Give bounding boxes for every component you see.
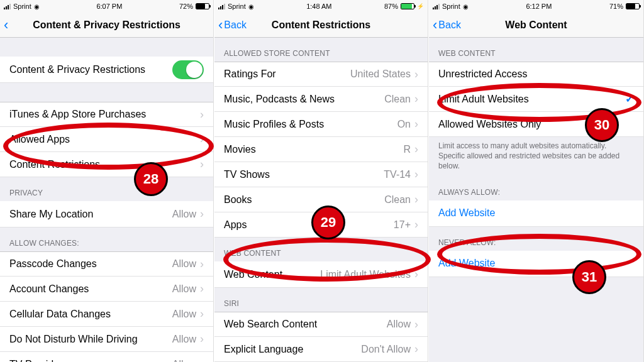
row-share-location[interactable]: Share My Location Allow › <box>0 201 213 228</box>
back-label: Back <box>438 19 461 31</box>
chevron-right-icon: › <box>414 68 418 81</box>
row-value: Clean <box>384 194 411 206</box>
chevron-right-icon: › <box>200 207 204 221</box>
row-value: Clean <box>384 94 411 105</box>
status-bar: Sprint ◉ 6:07 PM 72% <box>0 0 213 13</box>
page-title: Web Content <box>429 19 643 31</box>
chevron-right-icon: › <box>414 343 418 356</box>
row-add-website-never[interactable]: Add Website <box>429 251 643 277</box>
screen-1-content-privacy: Sprint ◉ 6:07 PM 72% ‹ Content & Privacy… <box>0 0 214 362</box>
section-header-always: Always Allow: <box>429 177 643 200</box>
row-explicit-lang[interactable]: Explicit LanguageDon't Allow› <box>214 337 428 362</box>
section-header-never: Never Allow: <box>429 227 643 251</box>
wifi-icon: ◉ <box>34 3 40 10</box>
battery-pct: 72% <box>179 3 193 10</box>
chevron-right-icon: › <box>200 108 204 121</box>
toggle-switch[interactable] <box>172 60 204 79</box>
carrier-label: Sprint <box>442 3 460 10</box>
row-label: iTunes & App Store Purchases <box>9 109 200 120</box>
status-bar: Sprint ◉ 1:48 AM 87% ⚡ <box>214 0 428 13</box>
row-value: Don't Allow <box>361 344 411 355</box>
row-apps[interactable]: Apps17+› <box>214 212 428 238</box>
row-movies[interactable]: MoviesR› <box>214 137 428 162</box>
row-cellular-changes[interactable]: Cellular Data Changes Allow › <box>0 302 213 327</box>
row-tvshows[interactable]: TV ShowsTV-14› <box>214 162 428 187</box>
section-footer-web: Limit access to many adult websites auto… <box>429 137 643 177</box>
row-allowed-apps[interactable]: Allowed Apps › <box>0 127 213 152</box>
checkmark-icon: ✓ <box>625 92 634 106</box>
row-label: Content & Privacy Restrictions <box>9 64 172 75</box>
row-label: Limit Adult Websites <box>438 94 625 105</box>
signal-icon <box>433 3 440 9</box>
row-label: Apps <box>224 219 394 231</box>
row-account-changes[interactable]: Account Changes Allow › <box>0 277 213 302</box>
chevron-left-icon: ‹ <box>433 18 437 32</box>
section-header-privacy: Privacy <box>0 177 213 201</box>
back-button[interactable]: ‹ Back <box>214 18 247 32</box>
toggle-row-cpr[interactable]: Content & Privacy Restrictions <box>0 57 213 83</box>
back-button[interactable]: ‹ Back <box>429 18 461 32</box>
status-time: 6:12 PM <box>526 3 552 10</box>
row-label: Allowed Websites Only <box>438 119 634 130</box>
row-ratings-for[interactable]: Ratings ForUnited States› <box>214 62 428 87</box>
section-header-siri: Siri <box>214 288 428 312</box>
row-content-restrictions[interactable]: Content Restrictions › <box>0 152 213 177</box>
row-label: Passcode Changes <box>9 258 172 270</box>
row-label: Web Search Content <box>224 319 387 330</box>
row-itunes-purchases[interactable]: iTunes & App Store Purchases › <box>0 102 213 127</box>
chevron-right-icon: › <box>200 332 204 346</box>
chevron-right-icon: › <box>414 218 418 231</box>
wifi-icon: ◉ <box>463 3 469 10</box>
chevron-left-icon: ‹ <box>4 18 8 32</box>
row-music-podcasts[interactable]: Music, Podcasts & NewsClean› <box>214 87 428 112</box>
row-value: 17+ <box>394 219 411 231</box>
row-web-content[interactable]: Web ContentLimit Adult Websites› <box>214 261 428 288</box>
row-passcode-changes[interactable]: Passcode Changes Allow › <box>0 251 213 277</box>
battery-pct: 87% <box>384 3 398 10</box>
back-button[interactable]: ‹ <box>0 18 9 32</box>
row-books[interactable]: BooksClean› <box>214 187 428 212</box>
section-header-changes: Allow Changes: <box>0 228 213 251</box>
row-value: Allow <box>172 209 196 220</box>
battery-icon <box>196 3 209 9</box>
row-tv-provider[interactable]: TV Provider Allow › <box>0 352 213 362</box>
chevron-left-icon: ‹ <box>218 18 223 32</box>
row-label: Add Website <box>438 207 634 219</box>
status-bar: Sprint ◉ 6:12 PM 71% <box>429 0 643 13</box>
chevron-right-icon: › <box>200 258 204 271</box>
battery-icon <box>401 3 414 9</box>
row-label: Explicit Language <box>224 344 361 355</box>
row-dnd-driving[interactable]: Do Not Disturb While Driving Allow › <box>0 327 213 352</box>
row-label: Music, Podcasts & News <box>224 94 384 105</box>
chevron-right-icon: › <box>414 143 418 156</box>
row-label: Ratings For <box>224 69 350 80</box>
row-limit-adult[interactable]: Limit Adult Websites✓ <box>429 87 643 112</box>
row-value: Allow <box>172 334 196 345</box>
row-label: Books <box>224 194 384 206</box>
status-time: 6:07 PM <box>96 3 122 10</box>
charging-icon: ⚡ <box>417 3 424 9</box>
row-label: Add Website <box>438 258 634 269</box>
row-label: TV Provider <box>9 359 172 363</box>
row-unrestricted[interactable]: Unrestricted Access <box>429 62 643 87</box>
row-value: United States <box>350 69 411 80</box>
chevron-right-icon: › <box>200 158 204 171</box>
row-web-search[interactable]: Web Search ContentAllow› <box>214 312 428 337</box>
row-allowed-only[interactable]: Allowed Websites Only <box>429 112 643 137</box>
battery-pct: 71% <box>609 3 623 10</box>
section-header-store: Allowed Store Content <box>214 38 428 62</box>
chevron-right-icon: › <box>414 318 418 331</box>
row-value: Allow <box>172 309 196 320</box>
row-value: TV-14 <box>384 169 411 180</box>
chevron-right-icon: › <box>414 193 418 206</box>
status-time: 1:48 AM <box>306 3 331 10</box>
row-music-profiles[interactable]: Music Profiles & PostsOn› <box>214 112 428 137</box>
carrier-label: Sprint <box>13 3 31 10</box>
row-value: Allow <box>172 283 196 295</box>
row-add-website-always[interactable]: Add Website <box>429 200 643 227</box>
row-label: Share My Location <box>9 209 172 220</box>
row-value: Allow <box>172 359 196 363</box>
row-value: Allow <box>387 319 411 330</box>
row-value: Allow <box>172 258 196 270</box>
chevron-right-icon: › <box>414 118 418 131</box>
